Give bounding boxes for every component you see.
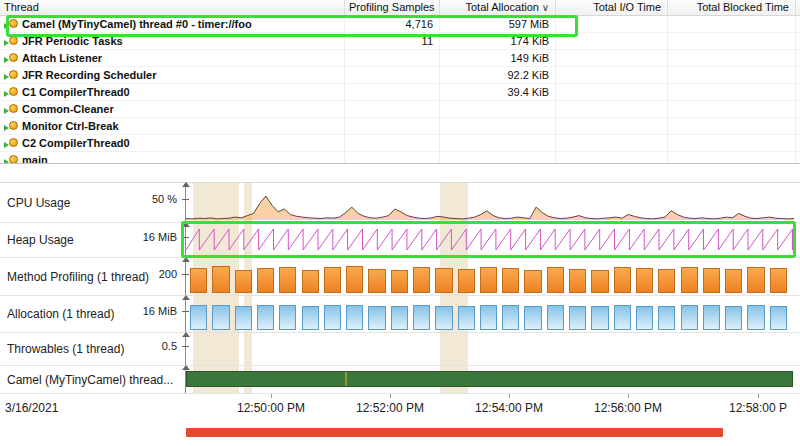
histogram-bar — [435, 268, 452, 293]
samples-cell — [345, 67, 440, 83]
histogram-bar — [257, 268, 274, 293]
time-tick-mark — [758, 394, 759, 398]
histogram-bar — [480, 305, 497, 330]
histogram-bar — [658, 306, 675, 330]
samples-cell — [345, 50, 440, 66]
allocation-cell: 92.2 KiB — [440, 67, 556, 83]
table-row[interactable]: main — [0, 152, 800, 163]
table-row[interactable]: JFR Recording Scheduler92.2 KiB — [0, 67, 800, 84]
thread-name-cell: Attach Listener — [0, 50, 345, 66]
allocation-cell — [440, 152, 556, 163]
thread-table-header: ThreadProfiling SamplesTotal Allocation … — [0, 0, 800, 16]
histogram-bar — [524, 270, 541, 293]
scale-label: 200 — [159, 268, 177, 280]
blocked-time-cell — [668, 135, 796, 151]
table-row[interactable]: JFR Periodic Tasks11174 KiB — [0, 33, 800, 50]
histogram-bar — [346, 305, 363, 330]
column-header-total-i-o-time[interactable]: Total I/O Time — [556, 0, 668, 15]
samples-cell: 4,716 — [345, 16, 440, 32]
blocked-time-cell — [668, 84, 796, 100]
timeline-row-heap-usage[interactable]: Heap Usage16 MiB — [0, 223, 800, 258]
allocation-cell: 597 MiB — [440, 16, 556, 32]
axis-arrow-icon — [182, 365, 190, 370]
histogram-bar — [413, 305, 430, 330]
samples-cell — [345, 152, 440, 163]
time-tick-mark — [390, 394, 391, 398]
chart-camel-mytinycamel-thread — [185, 366, 795, 393]
histogram-bar — [458, 269, 475, 293]
timeline-scrollbar[interactable] — [186, 428, 723, 437]
time-tick-mark — [628, 394, 629, 398]
samples-cell — [345, 118, 440, 134]
allocation-cell: 174 KiB — [440, 33, 556, 49]
histogram-bar — [190, 305, 207, 330]
blocked-time-cell — [668, 118, 796, 134]
blocked-time-cell — [668, 50, 796, 66]
histogram-bar — [257, 305, 274, 330]
histogram-bar — [569, 306, 586, 330]
column-header-thread[interactable]: Thread — [0, 0, 345, 15]
column-header-profiling-samples[interactable]: Profiling Samples — [345, 0, 440, 15]
histogram-bar — [547, 267, 564, 293]
thread-table: ThreadProfiling SamplesTotal Allocation … — [0, 0, 800, 164]
table-row[interactable]: Common-Cleaner — [0, 101, 800, 118]
axis-arrow-icon — [182, 295, 190, 300]
axis-arrow-icon — [182, 332, 190, 337]
histogram-bar — [346, 266, 363, 293]
histogram-bar — [324, 305, 341, 330]
timeline-row-cpu-usage[interactable]: CPU Usage50 % — [0, 183, 800, 223]
time-axis: 3/16/2021 12:50:00 PM12:52:00 PM12:54:00… — [0, 394, 800, 424]
histogram-bar — [391, 270, 408, 293]
timeline-row-throwables-1-thread[interactable]: Throwables (1 thread)0.5 — [0, 333, 800, 366]
chart-throwables-1-thread — [185, 333, 795, 365]
timeline-row-label: Camel (MyTinyCamel) thread... — [7, 373, 173, 387]
histogram-bar — [235, 306, 252, 330]
chart-cpu-usage — [185, 183, 795, 222]
io-time-cell — [556, 50, 668, 66]
thread-running-icon — [4, 69, 18, 81]
scale-label: 0.5 — [162, 340, 177, 352]
thread-table-rows: Camel (MyTinyCamel) thread #0 - timer://… — [0, 16, 800, 163]
column-header-total-allocation[interactable]: Total Allocation ∨ — [440, 0, 556, 15]
table-row[interactable]: Attach Listener149 KiB — [0, 50, 800, 67]
time-tick-label: 12:50:00 PM — [237, 401, 305, 415]
timeline-row-label: CPU Usage — [7, 196, 70, 210]
thread-presence-bar — [186, 371, 793, 387]
thread-running-icon — [4, 35, 18, 47]
table-row[interactable]: Monitor Ctrl-Break — [0, 118, 800, 135]
histogram-bar — [636, 268, 653, 293]
thread-name-cell: C1 CompilerThread0 — [0, 84, 345, 100]
allocation-cell — [440, 118, 556, 134]
samples-cell — [345, 84, 440, 100]
blocked-time-cell — [668, 101, 796, 117]
axis-arrow-icon — [182, 257, 190, 262]
thread-running-icon — [4, 86, 18, 98]
chart-heap-usage — [185, 223, 795, 257]
io-time-cell — [556, 84, 668, 100]
cpu-usage-graph — [186, 183, 794, 223]
histogram-bar — [413, 267, 430, 293]
histogram-bar — [770, 268, 787, 293]
table-row[interactable]: C2 CompilerThread0 — [0, 135, 800, 152]
histogram-bar — [368, 306, 385, 330]
table-row[interactable]: Camel (MyTinyCamel) thread #0 - timer://… — [0, 16, 800, 33]
timeline-row-method-profiling-1-thread[interactable]: Method Profiling (1 thread)200 — [0, 258, 800, 296]
histogram-bar — [324, 267, 341, 293]
timeline-row-camel-mytinycamel-thread[interactable]: Camel (MyTinyCamel) thread... — [0, 366, 800, 394]
thread-name-cell: Camel (MyTinyCamel) thread #0 - timer://… — [0, 16, 345, 32]
time-tick-mark — [271, 394, 272, 398]
io-time-cell — [556, 152, 668, 163]
thread-running-icon — [4, 154, 18, 163]
histogram-bar — [502, 305, 519, 330]
thread-running-icon — [4, 18, 18, 30]
timeline-panel: CPU Usage50 %Heap Usage16 MiBMethod Prof… — [0, 182, 800, 446]
samples-cell — [345, 101, 440, 117]
column-header-total-blocked-time[interactable]: Total Blocked Time — [668, 0, 796, 15]
timeline-row-allocation-1-thread[interactable]: Allocation (1 thread)16 MiB — [0, 296, 800, 333]
table-row[interactable]: C1 CompilerThread039.4 KiB — [0, 84, 800, 101]
histogram-bar — [212, 305, 229, 330]
histogram-bar — [391, 306, 408, 330]
histogram-bar — [747, 305, 764, 330]
timeline-row-label: Allocation (1 thread) — [7, 307, 114, 321]
histogram-bar — [435, 306, 452, 331]
